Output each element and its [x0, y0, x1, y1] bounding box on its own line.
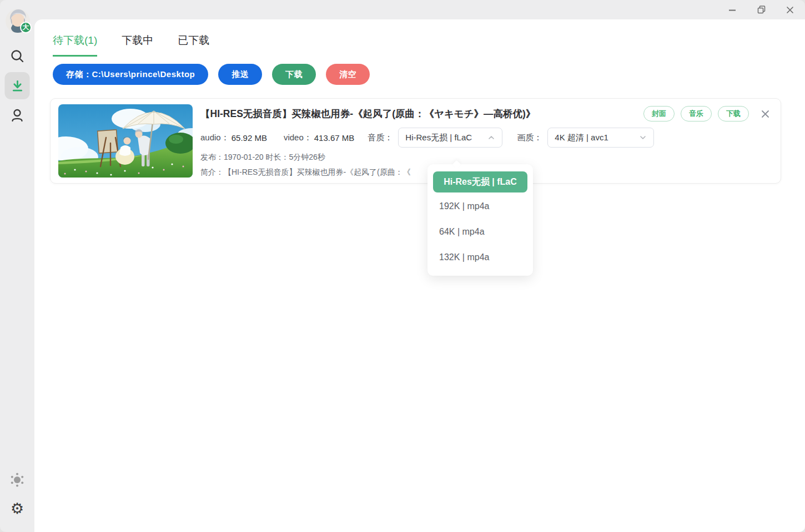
storage-path-button[interactable]: 存储：C:\Users\prince\Desktop: [53, 64, 208, 85]
tab-pending[interactable]: 待下载(1): [53, 33, 97, 57]
close-window-icon[interactable]: [784, 4, 796, 16]
window-controls: [726, 0, 805, 19]
description-label: 简介：: [200, 168, 224, 176]
tab-downloading[interactable]: 下载中: [122, 33, 153, 57]
audio-size-label: audio：: [200, 133, 229, 143]
video-quality-value: 4K 超清 | avc1: [555, 133, 608, 143]
app-window: 大: [0, 0, 805, 532]
download-item-card: 【HI-RES无损音质】买辣椒也用券-《起风了(原曲：《ヤキモチ》—高桥优)》 …: [50, 98, 781, 184]
download-nav-icon[interactable]: [5, 72, 30, 99]
audio-size-value: 65.92 MB: [232, 133, 267, 143]
chevron-up-icon: [487, 134, 495, 141]
user-icon[interactable]: [9, 108, 25, 123]
badge-group: 封面 音乐 下载: [643, 106, 749, 121]
description-text: 【HI-RES无损音质】买辣椒也用券-《起风了(原曲：《: [224, 168, 411, 176]
clear-button[interactable]: 清空: [326, 64, 370, 85]
meta-row: audio： 65.92 MB video： 413.67 MB 音质： Hi-…: [200, 128, 773, 148]
video-thumbnail: [58, 104, 193, 178]
tab-bar: 待下载(1) 下载中 已下载: [34, 19, 805, 57]
dropdown-option[interactable]: 192K | mp4a: [427, 194, 533, 219]
music-badge[interactable]: 音乐: [681, 106, 712, 121]
push-button[interactable]: 推送: [218, 64, 262, 85]
video-quality-select[interactable]: 4K 超清 | avc1: [547, 128, 654, 148]
duration-value: 5分钟26秒: [289, 153, 325, 161]
avatar[interactable]: 大: [5, 8, 31, 34]
duration-label: 时长：: [266, 153, 289, 161]
video-title: 【HI-RES无损音质】买辣椒也用券-《起风了(原曲：《ヤキモチ》—高桥优)》: [200, 107, 635, 120]
tab-downloaded[interactable]: 已下载: [178, 33, 209, 57]
sidebar: 大: [0, 0, 34, 532]
audio-quality-value: Hi-Res无损 | fLaC: [405, 133, 472, 143]
dropdown-option[interactable]: 132K | mp4a: [427, 245, 533, 270]
audio-quality-label: 音质：: [368, 133, 393, 143]
audio-quality-dropdown: Hi-Res无损 | fLaC 192K | mp4a 64K | mp4a 1…: [427, 164, 533, 276]
remove-item-icon[interactable]: [760, 109, 771, 119]
video-size-label: video：: [284, 133, 312, 143]
dropdown-option[interactable]: 64K | mp4a: [427, 219, 533, 245]
dropdown-option-selected[interactable]: Hi-Res无损 | fLaC: [433, 171, 527, 192]
download-badge[interactable]: 下载: [718, 106, 749, 121]
avatar-badge: 大: [20, 22, 32, 33]
restore-icon[interactable]: [755, 4, 767, 16]
search-icon[interactable]: [9, 48, 25, 64]
chevron-down-icon: [639, 134, 647, 141]
theme-icon[interactable]: [9, 472, 26, 488]
settings-icon[interactable]: ⚙: [11, 501, 24, 516]
main-panel: 待下载(1) 下载中 已下载 存储：C:\Users\prince\Deskto…: [34, 19, 805, 532]
publish-line: 发布：1970-01-20 时长：5分钟26秒: [200, 153, 773, 163]
publish-label: 发布：: [200, 153, 224, 161]
download-button[interactable]: 下载: [272, 64, 316, 85]
video-size-value: 413.67 MB: [314, 133, 355, 143]
toolbar: 存储：C:\Users\prince\Desktop 推送 下载 清空: [34, 57, 805, 85]
publish-value: 1970-01-20: [224, 153, 264, 161]
video-quality-label: 画质：: [517, 133, 542, 143]
cover-badge[interactable]: 封面: [643, 106, 675, 121]
minimize-icon[interactable]: [726, 4, 738, 16]
audio-quality-select[interactable]: Hi-Res无损 | fLaC: [398, 128, 502, 148]
